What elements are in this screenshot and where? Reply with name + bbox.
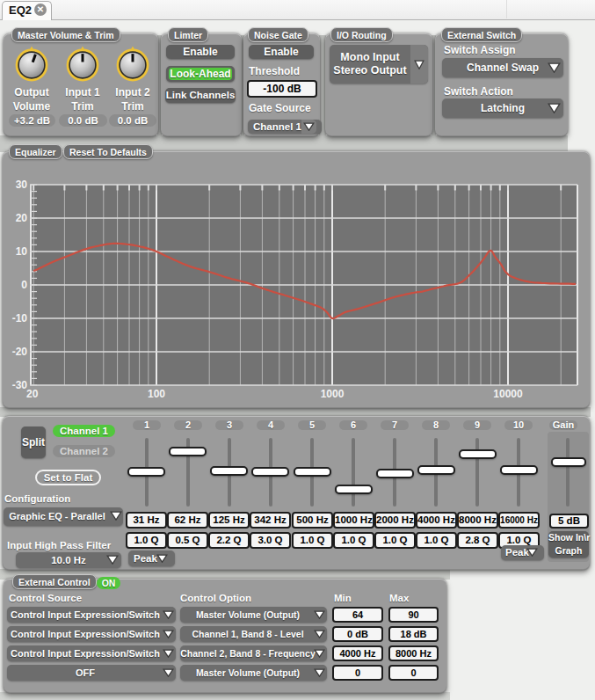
svg-text:100: 100 xyxy=(148,388,165,400)
svg-text:20: 20 xyxy=(26,388,39,400)
svg-text:0: 0 xyxy=(21,279,27,291)
svg-text:-10: -10 xyxy=(12,312,28,324)
svg-text:20: 20 xyxy=(16,212,28,224)
svg-text:1000: 1000 xyxy=(321,388,345,400)
svg-text:10: 10 xyxy=(16,245,28,258)
svg-text:-30: -30 xyxy=(12,379,28,391)
svg-text:-20: -20 xyxy=(12,346,28,358)
svg-text:10000: 10000 xyxy=(493,388,523,400)
svg-text:30: 30 xyxy=(16,179,28,191)
